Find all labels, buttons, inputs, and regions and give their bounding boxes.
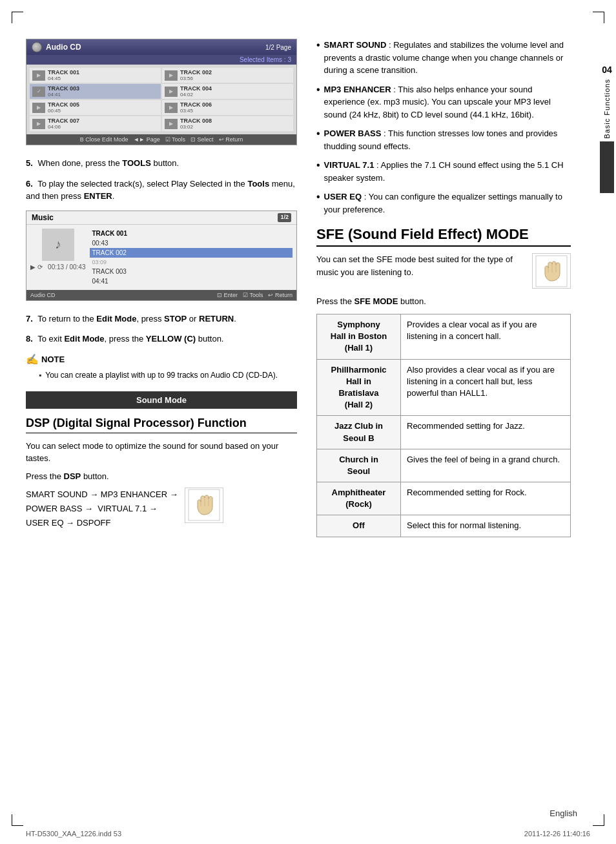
sfe-name-hall1: SymphonyHall in Boston(Hall 1) (317, 314, 401, 360)
track-item: ▶ TRACK 005 00:45 (30, 100, 161, 115)
track-thumb: ✓ (32, 87, 45, 97)
track-thumb: ▶ (32, 103, 45, 113)
audio-cd-selected: Selected Items : 3 (26, 55, 296, 65)
music-track-item-highlighted: TRACK 002 (90, 248, 293, 258)
footer-left: HT-D5300_XAA_1226.indd 53 (26, 830, 121, 838)
dsp-press-bold: DSP (64, 471, 81, 481)
step-5-number: 5. (26, 158, 33, 168)
step-7-number: 7. (26, 314, 33, 324)
music-footer: Audio CD ⊡ Enter ☑ Tools ↩ Return (26, 290, 296, 300)
track-info: TRACK 004 04:02 (180, 85, 212, 98)
sfe-hand-icon (532, 253, 571, 289)
chapter-label: Basic Functions (603, 79, 611, 139)
corner-mark-br (593, 814, 604, 826)
step-6-number: 6. (26, 179, 33, 189)
track-info: TRACK 006 03:45 (180, 101, 212, 114)
side-tab: 04 Basic Functions (598, 65, 616, 193)
bullet-text: SMART SOUND : Regulates and stabilizes t… (324, 39, 571, 77)
note-section: ✍ NOTE ▪ You can create a playlist with … (26, 353, 297, 381)
music-track-item: 03:09 (90, 258, 293, 267)
bullet-dot: • (316, 192, 320, 216)
sfe-row-off: Off Select this for normal listening. (317, 515, 571, 537)
track-info: TRACK 002 03:56 (180, 69, 212, 81)
step-8-text: To exit Edit Mode, press the YELLOW (C) … (37, 334, 223, 344)
hand-svg (188, 489, 220, 521)
track-thumb: ▶ (32, 119, 45, 129)
page-footer: HT-D5300_XAA_1226.indd 53 2011-12-26 11:… (0, 830, 616, 838)
music-track-item: 04:41 (90, 276, 293, 286)
sfe-desc-church: Gives the feel of being in a grand churc… (401, 449, 571, 482)
sfe-row-hall1: SymphonyHall in Boston(Hall 1) Provides … (317, 314, 571, 360)
music-screenshot: Music 1/2 ♪ ▶ ⟳ 00:13 / 00:43 TRACK 001 … (26, 211, 297, 301)
bullet-text: VIRTUAL 7.1 : Applies the 7.1 CH sound e… (324, 159, 571, 184)
track-item: ▶ TRACK 007 04:06 (30, 116, 161, 131)
track-item: ▶ TRACK 006 03:45 (162, 100, 293, 115)
note-header: ✍ NOTE (26, 353, 297, 365)
track-item-selected: ✓ TRACK 003 04:41 (30, 84, 161, 99)
sfe-name-off: Off (317, 515, 401, 537)
sfe-name-rock: Amphitheater(Rock) (317, 482, 401, 515)
bullet-text: USER EQ : You can configure the equalize… (324, 190, 571, 216)
footer-english: English (549, 808, 577, 818)
sfe-desc-rock: Recommended setting for Rock. (401, 482, 571, 515)
music-header: Music 1/2 (26, 211, 296, 225)
track-info: TRACK 008 03:02 (180, 118, 212, 130)
sfe-row-church: Church inSeoul Gives the feel of being i… (317, 449, 571, 482)
track-info: TRACK 001 04:45 (48, 69, 79, 81)
hand-icon (185, 488, 223, 523)
track-item: ▶ TRACK 002 03:56 (162, 68, 293, 83)
bullet-dot: • (316, 40, 320, 77)
step-6-text: To play the selected track(s), select Pl… (26, 179, 295, 201)
sfe-press: Press the SFE MODE button. (316, 296, 571, 306)
sfe-row-hall2: PhillharmonicHall inBratislava(Hall 2) A… (317, 359, 571, 416)
music-title: Music (32, 213, 54, 222)
audio-cd-screenshot: Audio CD 1/2 Page Selected Items : 3 ▶ T… (26, 39, 297, 145)
step-7-text: To return to the Edit Mode, press STOP o… (37, 314, 236, 324)
dsp-intro-text: You can select mode to optimize the soun… (26, 440, 297, 465)
bullet-text: POWER BASS : This function stresses low … (324, 127, 571, 152)
track-thumb: ▶ (165, 103, 178, 113)
track-thumb: ▶ (165, 70, 178, 81)
sfe-row-jazz: Jazz Club inSeoul B Recommended setting … (317, 416, 571, 449)
step-5: 5. When done, press the TOOLS button. (26, 157, 297, 170)
sfe-hand-svg (535, 255, 568, 287)
sfe-name-church: Church inSeoul (317, 449, 401, 482)
footer-right: 2011-12-26 11:40:16 (524, 830, 590, 838)
bullet-item-power-bass: • POWER BASS : This function stresses lo… (316, 127, 571, 152)
cd-icon (32, 42, 42, 52)
music-page-indicator: 1/2 (278, 213, 291, 222)
track-info: TRACK 005 00:45 (48, 101, 79, 114)
track-info: TRACK 007 04:06 (48, 118, 79, 130)
note-item: ▪ You can create a playlist with up to 9… (39, 369, 297, 381)
bullet-dot: • (316, 85, 320, 121)
track-info: TRACK 003 04:41 (48, 85, 79, 98)
sfe-press-bold: SFE MODE (354, 296, 398, 306)
side-tab-bar (600, 141, 614, 193)
note-icon: ✍ (26, 353, 39, 365)
sfe-name-jazz: Jazz Club inSeoul B (317, 416, 401, 449)
bullet-dot: • (316, 160, 320, 184)
dsp-press: Press the DSP button. (26, 471, 297, 481)
audio-cd-page-indicator: 1/2 Page (265, 44, 291, 51)
track-item: ▶ TRACK 004 04:02 (162, 84, 293, 99)
note-text: You can create a playlist with up to 99 … (45, 369, 278, 381)
sfe-table: SymphonyHall in Boston(Hall 1) Provides … (316, 314, 571, 537)
track-item: ▶ TRACK 001 04:45 (30, 68, 161, 83)
dsp-flow: SMART SOUND → MP3 ENHANCER → POWER BASS … (26, 488, 297, 530)
track-thumb: ▶ (165, 119, 178, 129)
track-thumb: ▶ (165, 87, 178, 97)
sound-mode-banner: Sound Mode (26, 391, 297, 409)
step-7: 7. To return to the Edit Mode, press STO… (26, 313, 297, 325)
music-track-item: 00:43 (90, 238, 293, 248)
dsp-title: DSP (Digital Signal Processor) Function (26, 417, 297, 433)
bullet-section: • SMART SOUND : Regulates and stabilizes… (316, 39, 571, 216)
audio-cd-header: Audio CD 1/2 Page (26, 39, 296, 55)
sfe-desc-hall2: Also provides a clear vocal as if you ar… (401, 359, 571, 416)
sfe-intro: You can set the SFE mode best suited for… (316, 253, 571, 289)
step-5-text: When done, press the TOOLS button. (37, 158, 179, 168)
sfe-row-rock: Amphitheater(Rock) Recommended setting f… (317, 482, 571, 515)
bullet-dot: • (316, 129, 320, 152)
bullet-item-user-eq: • USER EQ : You can configure the equali… (316, 190, 571, 216)
right-column: • SMART SOUND : Regulates and stabilizes… (316, 39, 590, 537)
bullet-item-smart-sound: • SMART SOUND : Regulates and stabilizes… (316, 39, 571, 77)
